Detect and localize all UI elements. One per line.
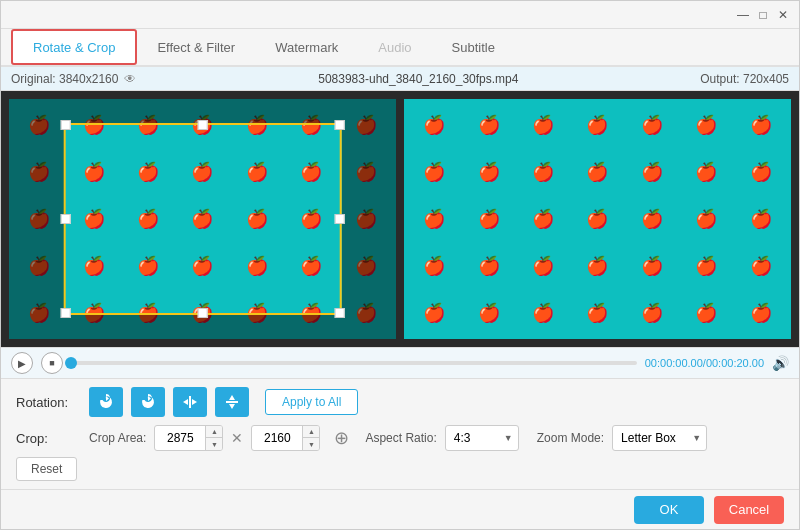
svg-marker-1 — [183, 399, 188, 405]
video-panels: 🍎 🍎 🍎 🍎 🍎 🍎 🍎 🍎 🍎 🍎 🍎 🍎 🍎 🍎 🍎 🍎 — [1, 91, 799, 347]
crop-handle-top-left[interactable] — [60, 120, 70, 130]
reset-row: Reset — [16, 457, 784, 481]
aspect-ratio-select-wrap: Original 16:9 4:3 1:1 9:16 ▼ — [445, 425, 519, 451]
crop-handle-bottom-mid[interactable] — [198, 308, 208, 318]
rotate-right-button[interactable] — [131, 387, 165, 417]
video-area: 🍎 🍎 🍎 🍎 🍎 🍎 🍎 🍎 🍎 🍎 🍎 🍎 🍎 🍎 🍎 🍎 — [1, 91, 799, 347]
crop-height-down[interactable]: ▼ — [303, 438, 319, 451]
crop-height-input-wrap: ▲ ▼ — [251, 425, 320, 451]
aspect-ratio-label: Aspect Ratio: — [365, 431, 436, 445]
crop-width-spinners: ▲ ▼ — [205, 425, 222, 451]
cancel-button[interactable]: Cancel — [714, 496, 784, 524]
progress-thumb[interactable] — [65, 357, 77, 369]
svg-marker-5 — [229, 404, 235, 409]
crop-height-spinners: ▲ ▼ — [302, 425, 319, 451]
bottom-bar: OK Cancel — [1, 489, 799, 529]
tab-bar: Rotate & Crop Effect & Filter Watermark … — [1, 29, 799, 67]
crop-width-input[interactable] — [155, 429, 205, 447]
svg-marker-4 — [229, 395, 235, 400]
original-resolution: Original: 3840x2160 — [11, 72, 118, 86]
main-window: — □ ✕ Rotate & Crop Effect & Filter Wate… — [0, 0, 800, 530]
preview-video-panel: 🍎 🍎 🍎 🍎 🍎 🍎 🍎 🍎 🍎 🍎 🍎 🍎 🍎 🍎 🍎 🍎 — [404, 99, 791, 339]
crop-width-input-wrap: ▲ ▼ — [154, 425, 223, 451]
crop-height-input[interactable] — [252, 429, 302, 447]
crop-width-up[interactable]: ▲ — [206, 425, 222, 438]
reset-button[interactable]: Reset — [16, 457, 77, 481]
crop-row: Crop: Crop Area: ▲ ▼ ✕ ▲ ▼ ⊕ Aspect Rati… — [16, 425, 784, 451]
play-button[interactable]: ▶ — [11, 352, 33, 374]
crop-overlay[interactable] — [63, 123, 342, 315]
crop-width-down[interactable]: ▼ — [206, 438, 222, 451]
aspect-ratio-select[interactable]: Original 16:9 4:3 1:1 9:16 — [445, 425, 519, 451]
controls-area: Rotation: — [1, 379, 799, 489]
rotation-label: Rotation: — [16, 395, 81, 410]
volume-icon[interactable]: 🔊 — [772, 355, 789, 371]
crop-handle-mid-right[interactable] — [335, 214, 345, 224]
tab-audio: Audio — [358, 29, 431, 65]
crop-handle-top-right[interactable] — [335, 120, 345, 130]
tab-effect-filter[interactable]: Effect & Filter — [137, 29, 255, 65]
crop-handle-bottom-left[interactable] — [60, 308, 70, 318]
rotate-left-button[interactable] — [89, 387, 123, 417]
progress-track[interactable] — [71, 361, 637, 365]
crop-label: Crop: — [16, 431, 81, 446]
close-button[interactable]: ✕ — [775, 7, 791, 23]
minimize-button[interactable]: — — [735, 7, 751, 23]
flip-horizontal-button[interactable] — [173, 387, 207, 417]
svg-rect-3 — [226, 401, 238, 403]
zoom-mode-select[interactable]: Letter Box Pan & Scan Full — [612, 425, 707, 451]
svg-marker-2 — [192, 399, 197, 405]
output-resolution: Output: 720x405 — [700, 72, 789, 86]
rotation-row: Rotation: — [16, 387, 784, 417]
zoom-mode-select-wrap: Letter Box Pan & Scan Full ▼ — [612, 425, 707, 451]
filename: 5083983-uhd_3840_2160_30fps.mp4 — [136, 72, 700, 86]
maximize-button[interactable]: □ — [755, 7, 771, 23]
tab-rotate-crop[interactable]: Rotate & Crop — [11, 29, 137, 65]
zoom-mode-label: Zoom Mode: — [537, 431, 604, 445]
playback-bar: ▶ ■ 00:00:00.00/00:00:20.00 🔊 — [1, 347, 799, 379]
preview-video-content: 🍎 🍎 🍎 🍎 🍎 🍎 🍎 🍎 🍎 🍎 🍎 🍎 🍎 🍎 🍎 🍎 — [404, 99, 791, 339]
stop-button[interactable]: ■ — [41, 352, 63, 374]
info-bar: Original: 3840x2160 👁 5083983-uhd_3840_2… — [1, 67, 799, 91]
time-display: 00:00:00.00/00:00:20.00 — [645, 357, 764, 369]
crop-handle-mid-left[interactable] — [60, 214, 70, 224]
apply-to-all-button[interactable]: Apply to All — [265, 389, 358, 415]
ok-button[interactable]: OK — [634, 496, 704, 524]
source-video-panel[interactable]: 🍎 🍎 🍎 🍎 🍎 🍎 🍎 🍎 🍎 🍎 🍎 🍎 🍎 🍎 🍎 🍎 — [9, 99, 396, 339]
crop-area-label: Crop Area: — [89, 431, 146, 445]
svg-rect-0 — [189, 396, 191, 408]
eye-icon[interactable]: 👁 — [124, 72, 136, 86]
crop-handle-top-mid[interactable] — [198, 120, 208, 130]
crop-height-up[interactable]: ▲ — [303, 425, 319, 438]
title-bar: — □ ✕ — [1, 1, 799, 29]
flip-vertical-button[interactable] — [215, 387, 249, 417]
tab-watermark[interactable]: Watermark — [255, 29, 358, 65]
center-crop-icon[interactable]: ⊕ — [334, 427, 349, 449]
crop-dimensions-separator: ✕ — [231, 430, 243, 446]
crop-handle-bottom-right[interactable] — [335, 308, 345, 318]
tab-subtitle[interactable]: Subtitle — [432, 29, 515, 65]
